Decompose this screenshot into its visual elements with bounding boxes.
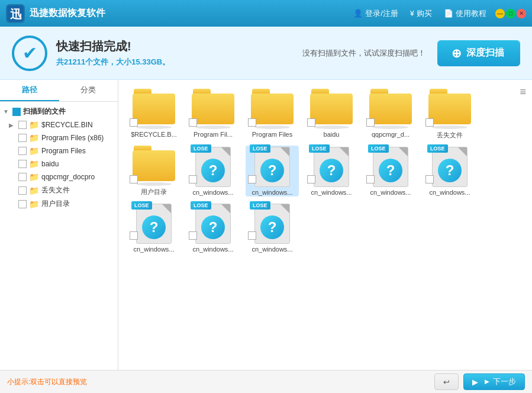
file-item[interactable]: 用户目录 [127, 146, 180, 196]
question-icon: ? [260, 159, 284, 182]
file-checkbox[interactable] [307, 175, 315, 183]
buy-icon: ¥ [410, 9, 414, 18]
tutorial-btn[interactable]: 📄 使用教程 [444, 8, 486, 19]
next-button[interactable]: ▶ ► 下一步 [463, 373, 525, 390]
scan-title: 快速扫描完成! [56, 38, 170, 54]
item-checkbox[interactable] [18, 160, 27, 168]
arrow-icon: ▼ [3, 108, 10, 115]
item-checkbox[interactable] [18, 200, 27, 208]
file-item[interactable]: LOSE ? cn_windows... [186, 202, 240, 253]
root-label: 扫描到的文件 [23, 107, 66, 117]
tree-item-lost[interactable]: ▶ 📁 丢失文件 [0, 183, 118, 197]
deep-scan-button[interactable]: ⊕ 深度扫描 [437, 40, 520, 66]
tab-category[interactable]: 分类 [59, 80, 118, 101]
lost-file-image: LOSE ? [369, 146, 412, 187]
back-button[interactable]: ↩ [434, 373, 459, 390]
file-label: Program Fil... [186, 131, 240, 138]
file-item[interactable]: baidu [305, 89, 358, 140]
lose-badge: LOSE [250, 144, 270, 153]
file-label: Program Files [246, 131, 299, 138]
folder-image [310, 89, 353, 124]
file-checkbox[interactable] [248, 175, 256, 183]
lost-file-image: LOSE ? [133, 202, 175, 244]
file-checkbox[interactable] [189, 231, 197, 240]
maximize-button[interactable]: □ [506, 9, 515, 18]
tutorial-icon: 📄 [444, 9, 453, 18]
file-item[interactable]: LOSE ? cn_windows... [186, 146, 240, 196]
lost-file-image: LOSE ? [192, 146, 234, 187]
footer-bar: 小提示:双击可以直接预览 ↩ ▶ ► 下一步 [0, 370, 532, 393]
folder-icon: 📁 [29, 199, 39, 209]
file-item[interactable]: LOSE ? cn_windows... [246, 146, 299, 196]
file-checkbox[interactable] [425, 175, 434, 183]
file-checkbox[interactable] [130, 118, 138, 127]
item-checkbox[interactable] [18, 134, 27, 142]
tree-item-recycle[interactable]: ▶ 📁 $RECYCLE.BIN [0, 118, 118, 131]
file-checkbox[interactable] [248, 118, 256, 127]
file-label: cn_windows... [186, 246, 240, 253]
file-checkbox[interactable] [366, 118, 375, 127]
main-area: 路径 分类 ▼ 扫描到的文件 ▶ 📁 $RECYCLE.BIN ▶ 📁 Prog… [0, 80, 532, 370]
question-icon: ? [438, 159, 462, 182]
scan-banner: ✔ 快速扫描完成! 共21211个文件，大小15.33GB。 没有扫描到文件，试… [0, 27, 532, 80]
scan-result-text: 快速扫描完成! 共21211个文件，大小15.33GB。 [56, 38, 170, 67]
file-item[interactable]: LOSE ? cn_windows... [423, 146, 476, 196]
preview-hint: 小提示:双击可以直接预览 [7, 377, 434, 387]
file-checkbox[interactable] [189, 175, 197, 183]
item-checkbox[interactable] [18, 186, 27, 195]
item-checkbox[interactable] [18, 147, 27, 155]
file-checkbox[interactable] [307, 118, 315, 127]
close-button[interactable]: ✕ [517, 9, 526, 18]
file-checkbox[interactable] [189, 118, 197, 127]
file-item[interactable]: LOSE ? cn_windows... [364, 146, 417, 196]
lost-file-image: LOSE ? [251, 146, 294, 187]
item-label: 用户目录 [41, 199, 70, 209]
folder-image [369, 89, 412, 124]
folder-image [133, 146, 175, 181]
item-label: Program Files [41, 147, 86, 155]
file-item[interactable]: $RECYCLE.B... [127, 89, 180, 140]
item-label: baidu [41, 160, 59, 168]
buy-btn[interactable]: ¥ 购买 [410, 8, 432, 19]
file-checkbox[interactable] [425, 118, 434, 127]
tree-item-program-files-x86[interactable]: ▶ 📁 Program Files (x86) [0, 131, 118, 144]
folder-icon: 📁 [29, 120, 39, 130]
file-item[interactable]: Program Fil... [186, 89, 240, 140]
minimize-button[interactable]: — [495, 9, 505, 18]
file-item[interactable]: Program Files [246, 89, 299, 140]
target-icon: ⊕ [452, 46, 462, 60]
tree-root[interactable]: ▼ 扫描到的文件 [0, 105, 118, 118]
question-icon: ? [201, 215, 225, 239]
back-icon: ↩ [443, 378, 450, 386]
tree-item-program-files[interactable]: ▶ 📁 Program Files [0, 144, 118, 157]
lose-badge: LOSE [191, 201, 211, 210]
folder-image [133, 89, 175, 124]
file-checkbox[interactable] [366, 175, 375, 183]
lost-file-image: LOSE ? [428, 146, 471, 187]
item-label: qqpcmgr_docpro [41, 173, 95, 181]
file-checkbox[interactable] [248, 231, 256, 240]
tree-item-baidu[interactable]: ▶ 📁 baidu [0, 157, 118, 170]
tree-item-userdir[interactable]: ▶ 📁 用户目录 [0, 197, 118, 211]
item-checkbox[interactable] [18, 121, 27, 129]
item-label: 丢失文件 [41, 185, 70, 195]
file-checkbox[interactable] [130, 175, 138, 183]
file-grid: $RECYCLE.B... Program Fil... Program Fil… [127, 89, 523, 253]
file-checkbox[interactable] [130, 231, 138, 240]
file-item[interactable]: 丢失文件 [423, 89, 476, 140]
file-label: baidu [305, 131, 358, 138]
tab-path[interactable]: 路径 [0, 80, 59, 101]
tree-item-qqpcmgr[interactable]: ▶ 📁 qqpcmgr_docpro [0, 170, 118, 183]
file-item[interactable]: qqpcmgr_d... [364, 89, 417, 140]
file-item[interactable]: LOSE ? cn_windows... [246, 202, 299, 253]
root-checkbox[interactable] [12, 108, 21, 116]
menu-icon[interactable]: ≡ [520, 86, 526, 98]
deep-scan-hint: 没有扫描到文件，试试深度扫描吧！ [302, 48, 425, 59]
file-label: cn_windows... [305, 189, 358, 196]
file-label: cn_windows... [127, 246, 180, 253]
login-register-btn[interactable]: 👤 登录/注册 [353, 8, 398, 19]
folder-icon: 📁 [29, 186, 39, 195]
file-item[interactable]: LOSE ? cn_windows... [305, 146, 358, 196]
file-item[interactable]: LOSE ? cn_windows... [127, 202, 180, 253]
item-checkbox[interactable] [18, 173, 27, 181]
